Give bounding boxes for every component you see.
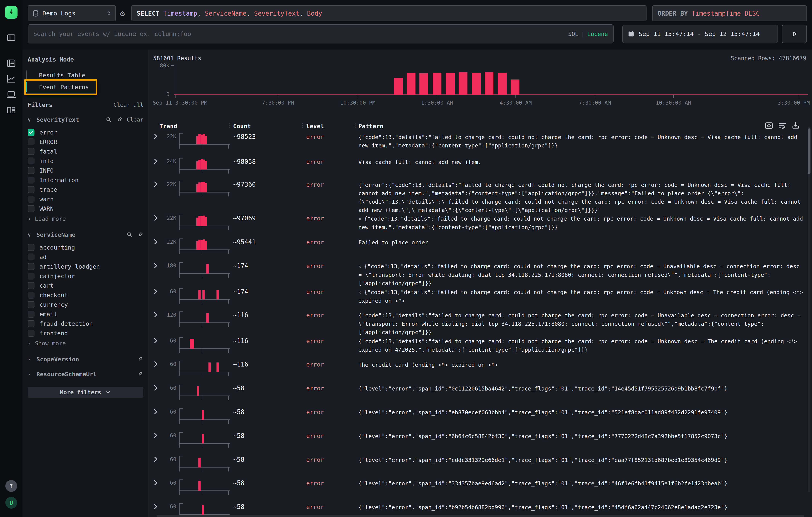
- expand-row-chevron[interactable]: [153, 180, 158, 188]
- run-query-button[interactable]: [782, 25, 807, 43]
- analysis-mode-results-table[interactable]: Results Table: [28, 69, 143, 81]
- col-count[interactable]: Count: [233, 123, 251, 130]
- filter-option-information[interactable]: Information: [28, 175, 143, 185]
- expand-row-chevron[interactable]: [153, 456, 158, 463]
- source-settings-button[interactable]: ⚙: [116, 5, 129, 21]
- filter-group-header[interactable]: ›ResourceSchemaUrl: [28, 371, 143, 378]
- checkbox[interactable]: [28, 205, 34, 212]
- dismiss-pattern-icon[interactable]: ×: [358, 216, 361, 222]
- chevron-down-icon[interactable]: ∨: [28, 117, 33, 123]
- more-filters-button[interactable]: More filters: [28, 387, 143, 398]
- mode-lucene[interactable]: Lucene: [587, 31, 608, 37]
- filter-option-warn[interactable]: warn: [28, 194, 143, 204]
- pin-icon[interactable]: [137, 371, 143, 377]
- filter-option-email[interactable]: email: [28, 309, 143, 319]
- mode-sql[interactable]: SQL: [568, 31, 578, 37]
- pattern-row-1[interactable]: 22K~98523error{"code":13,"details":"fail…: [149, 132, 804, 157]
- filter-option-warn[interactable]: WARN: [28, 204, 143, 213]
- code-icon[interactable]: [765, 121, 773, 130]
- checkbox[interactable]: [28, 148, 34, 155]
- collapse-sidebar-icon[interactable]: [6, 33, 16, 43]
- expand-row-chevron[interactable]: [153, 288, 158, 295]
- checkbox[interactable]: [28, 263, 34, 270]
- chevron-right-icon[interactable]: ›: [28, 371, 33, 377]
- clear-filter-button[interactable]: Clear: [127, 116, 143, 123]
- pattern-row-15[interactable]: 60~58error{"level":"error","span_id":"33…: [149, 479, 804, 502]
- checkbox[interactable]: [28, 244, 34, 251]
- checkbox[interactable]: [28, 254, 34, 260]
- chevron-down-icon[interactable]: ∨: [28, 232, 33, 238]
- filter-option-frontend[interactable]: frontend: [28, 328, 143, 338]
- expand-row-chevron[interactable]: [153, 238, 158, 246]
- search-input[interactable]: [33, 30, 568, 37]
- expand-row-chevron[interactable]: [153, 384, 158, 392]
- search-bar[interactable]: SQL | Lucene: [28, 24, 614, 44]
- col-pattern[interactable]: Pattern: [358, 123, 383, 130]
- dismiss-pattern-icon[interactable]: ×: [358, 290, 361, 295]
- pattern-row-7[interactable]: 60~174error×{"code":13,"details":"failed…: [149, 287, 804, 311]
- checkbox[interactable]: [28, 292, 34, 298]
- expand-row-chevron[interactable]: [153, 503, 158, 510]
- pattern-row-5[interactable]: 22K~95441errorFailed to place order: [149, 237, 804, 261]
- pattern-row-11[interactable]: 60~58error{"level":"error","span_id":"0c…: [149, 384, 804, 407]
- pattern-row-2[interactable]: 24K~98058errorVisa cache full: cannot ad…: [149, 157, 804, 180]
- checkbox[interactable]: [28, 311, 34, 318]
- checkbox[interactable]: [28, 186, 34, 193]
- checkbox[interactable]: [28, 272, 34, 280]
- dashboards-icon[interactable]: [6, 105, 16, 115]
- checkbox[interactable]: [28, 330, 34, 337]
- expand-row-chevron[interactable]: [153, 479, 158, 487]
- help-button[interactable]: ?: [5, 480, 17, 492]
- expand-row-chevron[interactable]: [153, 311, 158, 318]
- filter-group-header[interactable]: ∨ServiceName: [28, 231, 143, 238]
- pin-icon[interactable]: [137, 356, 143, 363]
- filter-option-info[interactable]: INFO: [28, 166, 143, 175]
- pattern-row-10[interactable]: 60~116errorThe credit card (ending <*> e…: [149, 360, 804, 384]
- filter-option-currency[interactable]: currency: [28, 300, 143, 309]
- query-language-toggle[interactable]: SQL | Lucene: [568, 31, 608, 37]
- col-grip-icon[interactable]: ⋮: [352, 122, 358, 128]
- expand-row-chevron[interactable]: [153, 262, 158, 269]
- sessions-icon[interactable]: [6, 89, 16, 99]
- analysis-mode-event-patterns[interactable]: Event Patterns: [28, 81, 143, 93]
- expand-row-chevron[interactable]: [153, 157, 158, 165]
- search-logs-icon[interactable]: [6, 58, 16, 68]
- pin-icon[interactable]: [137, 231, 143, 238]
- filter-option-error[interactable]: ERROR: [28, 137, 143, 147]
- date-range-picker[interactable]: Sep 11 15:47:14 - Sep 12 15:47:14: [622, 25, 778, 43]
- filter-group-header[interactable]: ∨SeverityTextClear: [28, 116, 143, 123]
- horizontal-scrollbar[interactable]: [156, 515, 804, 517]
- expand-row-chevron[interactable]: [153, 214, 158, 222]
- filter-option-fatal[interactable]: fatal: [28, 147, 143, 156]
- wrap-text-icon[interactable]: [778, 121, 786, 130]
- search-icon[interactable]: [126, 231, 133, 238]
- pattern-row-4[interactable]: 22K~97069error×{"code":13,"details":"fai…: [149, 214, 804, 237]
- checkbox[interactable]: [28, 139, 34, 145]
- col-level[interactable]: level: [306, 123, 324, 130]
- pattern-row-8[interactable]: 120~116error{"code":13,"details":"failed…: [149, 311, 804, 337]
- filter-option-cainjector[interactable]: cainjector: [28, 271, 143, 281]
- app-logo[interactable]: [5, 6, 18, 19]
- expand-row-chevron[interactable]: [153, 337, 158, 344]
- filter-group-header[interactable]: ›ScopeVersion: [28, 356, 143, 363]
- checkbox[interactable]: [28, 157, 34, 164]
- checkbox[interactable]: [28, 282, 34, 289]
- checkbox[interactable]: [28, 301, 34, 308]
- user-avatar[interactable]: U: [5, 497, 17, 509]
- vertical-scrollbar-thumb[interactable]: [808, 128, 810, 174]
- pin-icon[interactable]: [116, 116, 123, 123]
- chart-explorer-icon[interactable]: [6, 74, 16, 84]
- chevron-right-icon[interactable]: ›: [28, 356, 33, 363]
- filter-option-fraud-detection[interactable]: fraud-detection: [28, 319, 143, 328]
- checkbox[interactable]: [28, 167, 34, 174]
- col-trend[interactable]: Trend: [160, 123, 177, 130]
- pattern-row-14[interactable]: 60~58error{"level":"error","span_id":"cd…: [149, 455, 804, 479]
- expand-row-chevron[interactable]: [153, 432, 158, 439]
- checkbox[interactable]: [28, 196, 34, 202]
- filter-option-info[interactable]: info: [28, 156, 143, 166]
- filter-option-checkout[interactable]: checkout: [28, 290, 143, 300]
- pattern-row-12[interactable]: 60~58error{"level":"error","span_id":"eb…: [149, 407, 804, 431]
- checkbox[interactable]: [28, 320, 34, 327]
- select-query-editor[interactable]: SELECT Timestamp, ServiceName, SeverityT…: [132, 5, 646, 21]
- expand-row-chevron[interactable]: [153, 360, 158, 368]
